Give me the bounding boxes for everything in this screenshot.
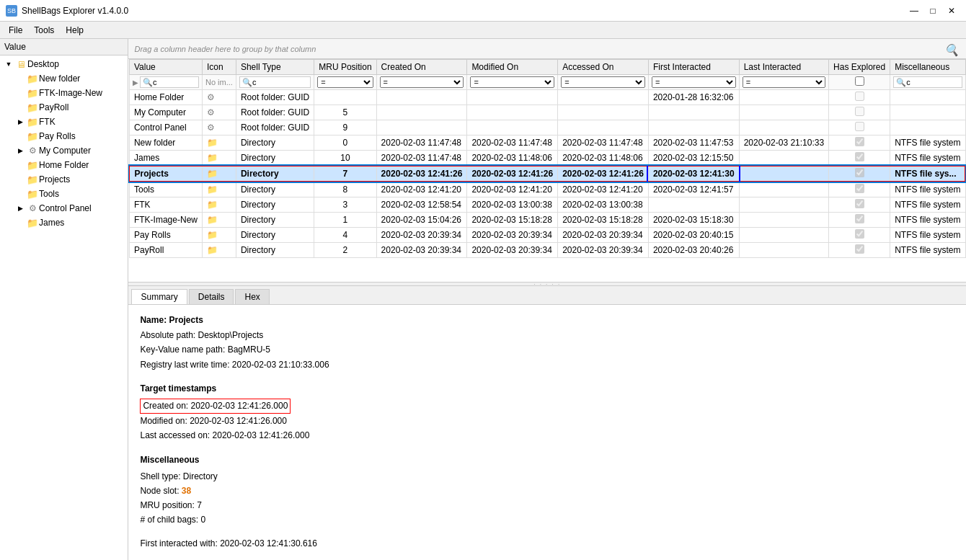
tree-label: Control Panel	[39, 203, 92, 213]
search-icon[interactable]: 🔍	[944, 43, 959, 57]
desktop-icon: 🖥	[14, 58, 27, 70]
filter-icon: No im...	[205, 78, 233, 86]
tree-label: New folder	[39, 74, 80, 84]
filter-value[interactable]	[140, 76, 199, 88]
table-row[interactable]: Tools📁Directory82020-02-03 12:41:202020-…	[129, 182, 965, 197]
close-button[interactable]: ✕	[943, 4, 960, 18]
col-icon[interactable]: Icon	[202, 60, 236, 75]
bottom-panel: Summary Details Hex Name: Projects Absol…	[128, 286, 966, 560]
tree-label: FTK-Image-New	[39, 88, 102, 98]
col-created-on[interactable]: Created On	[376, 60, 467, 75]
table-row[interactable]: Projects📁Directory72020-02-03 12:41:2620…	[129, 166, 965, 182]
tree-item-ftk[interactable]: ▶📁FTK	[0, 115, 128, 129]
filter-created[interactable]: =	[380, 76, 464, 88]
tree-label: James	[39, 218, 64, 228]
main-table: Value Icon Shell Type MRU Position Creat…	[128, 59, 966, 258]
menu-file[interactable]: File	[3, 24, 28, 37]
table-row[interactable]: Home Folder⚙Root folder: GUID2020-01-28 …	[129, 90, 965, 105]
app-title: ShellBags Explorer v1.4.0.0	[22, 6, 128, 16]
folder-icon: 📁	[26, 174, 39, 185]
table-area[interactable]: Value Icon Shell Type MRU Position Creat…	[128, 59, 966, 282]
tree-item-pay-rolls[interactable]: 📁Pay Rolls	[0, 129, 128, 143]
tree-item-control-panel[interactable]: ▶⚙Control Panel	[0, 201, 128, 215]
left-panel: Value ▼🖥Desktop📁New folder📁FTK-Image-New…	[0, 39, 128, 560]
col-accessed-on[interactable]: Accessed On	[558, 60, 649, 75]
folder-icon: 📁	[26, 87, 39, 99]
tree-label: Pay Rolls	[39, 131, 76, 141]
folder-icon: 📁	[26, 73, 39, 84]
table-row[interactable]: James📁Directory102020-02-03 11:47:482020…	[129, 151, 965, 166]
menu-help[interactable]: Help	[60, 24, 89, 37]
col-modified-on[interactable]: Modified On	[467, 60, 558, 75]
filter-shell-type[interactable]	[239, 76, 311, 88]
col-shell-type[interactable]: Shell Type	[236, 60, 314, 75]
group-by-area: Drag a column header here to group by th…	[128, 39, 966, 59]
menu-bar: File Tools Help	[0, 22, 966, 39]
tree-item-james[interactable]: 📁James	[0, 215, 128, 230]
filter-row: ▶ No im... = = = = = =	[129, 75, 965, 90]
table-row[interactable]: FTK-Image-New📁Directory12020-02-03 15:04…	[129, 213, 965, 228]
table-row[interactable]: FTK📁Directory32020-02-03 12:58:542020-02…	[129, 197, 965, 213]
maximize-button[interactable]: □	[924, 4, 941, 18]
tree-label: FTK	[39, 117, 56, 127]
gear-icon: ⚙	[26, 145, 39, 156]
table-row[interactable]: Control Panel⚙Root folder: GUID9	[129, 120, 965, 135]
tree-label: Projects	[39, 174, 70, 185]
filter-misc[interactable]	[893, 76, 962, 88]
table-row[interactable]: PayRoll📁Directory22020-02-03 20:39:34202…	[129, 243, 965, 258]
tree-container[interactable]: ▼🖥Desktop📁New folder📁FTK-Image-New📁PayRo…	[0, 55, 128, 560]
tree-label: Desktop	[27, 59, 59, 69]
table-row[interactable]: New folder📁Directory02020-02-03 11:47:48…	[129, 135, 965, 151]
table-row[interactable]: Pay Rolls📁Directory42020-02-03 20:39:342…	[129, 228, 965, 243]
tab-summary[interactable]: Summary	[131, 289, 187, 304]
left-panel-header: Value	[0, 39, 128, 55]
col-has-explored[interactable]: Has Explored	[829, 60, 890, 75]
menu-tools[interactable]: Tools	[28, 24, 60, 37]
filter-modified[interactable]: =	[470, 76, 554, 88]
tabs-bar: Summary Details Hex	[128, 286, 966, 305]
tree-item-ftk-image-new[interactable]: 📁FTK-Image-New	[0, 86, 128, 100]
tab-details[interactable]: Details	[189, 289, 234, 304]
table-row[interactable]: My Computer⚙Root folder: GUID5	[129, 105, 965, 120]
folder-icon: 📁	[26, 217, 39, 228]
tree-item-tools[interactable]: 📁Tools	[0, 187, 128, 201]
tree-item-my-computer[interactable]: ▶⚙My Computer	[0, 143, 128, 158]
tree-item-new-folder[interactable]: 📁New folder	[0, 71, 128, 86]
folder-icon: 📁	[26, 116, 39, 128]
tree-label: Tools	[39, 189, 59, 199]
right-panel: Drag a column header here to group by th…	[128, 39, 966, 560]
tree-label: My Computer	[39, 146, 91, 156]
created-on-highlighted: Created on: 2020-02-03 12:41:26.000	[140, 399, 291, 414]
tree-item-payroll[interactable]: 📁PayRoll	[0, 100, 128, 115]
miscellaneous-header: Miscellaneous	[140, 453, 954, 467]
tree-label: Home Folder	[39, 160, 89, 170]
title-bar: SB ShellBags Explorer v1.4.0.0 — □ ✕	[0, 0, 966, 22]
folder-icon: 📁	[26, 130, 39, 142]
tab-hex[interactable]: Hex	[235, 289, 269, 304]
gear-icon: ⚙	[26, 203, 39, 214]
filter-accessed[interactable]: =	[561, 76, 645, 88]
filter-last[interactable]: =	[743, 76, 825, 88]
app-icon: SB	[6, 5, 17, 17]
minimize-button[interactable]: —	[905, 4, 923, 18]
folder-icon: 📁	[26, 159, 39, 171]
target-timestamps-header: Target timestamps	[140, 382, 954, 396]
tree-label: PayRoll	[39, 102, 68, 112]
col-value[interactable]: Value	[129, 60, 202, 75]
folder-icon: 📁	[26, 102, 39, 113]
filter-mru[interactable]: =	[317, 76, 373, 88]
tree-item-desktop[interactable]: ▼🖥Desktop	[0, 57, 128, 71]
tree-item-home-folder[interactable]: 📁Home Folder	[0, 158, 128, 172]
filter-has-explored[interactable]	[855, 76, 864, 86]
tab-content-summary: Name: Projects Absolute path: Desktop\Pr…	[128, 305, 966, 560]
col-miscellaneous[interactable]: Miscellaneous	[890, 60, 965, 75]
col-mru-position[interactable]: MRU Position	[314, 60, 376, 75]
filter-first[interactable]: =	[652, 76, 736, 88]
col-last-interacted[interactable]: Last Interacted	[739, 60, 828, 75]
col-first-interacted[interactable]: First Interacted	[648, 60, 739, 75]
tree-item-projects[interactable]: 📁Projects	[0, 172, 128, 187]
folder-icon: 📁	[26, 188, 39, 200]
